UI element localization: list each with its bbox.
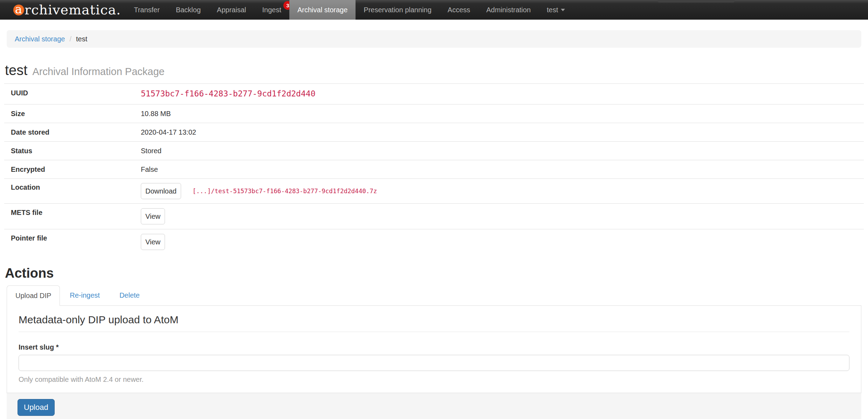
panel-heading: Metadata-only DIP upload to AtoM xyxy=(19,313,849,332)
table-row-status: Status Stored xyxy=(4,142,864,160)
tab-re-ingest[interactable]: Re-ingest xyxy=(60,285,110,305)
uuid-label: UUID xyxy=(4,84,141,104)
tab-upload-dip[interactable]: Upload DIP xyxy=(7,285,60,306)
breadcrumb-current: test xyxy=(76,35,87,43)
location-path: [...]/test-51573bc7-f166-4283-b277-9cd1f… xyxy=(193,188,377,195)
table-row-encrypted: Encrypted False xyxy=(4,160,864,179)
table-row-date-stored: Date stored 2020-04-17 13:02 xyxy=(4,123,864,142)
upload-button[interactable]: Upload xyxy=(18,399,55,416)
size-label: Size xyxy=(4,104,141,123)
table-row-location: Location Download [...]/test-51573bc7-f1… xyxy=(4,179,864,204)
mets-file-label: METS file xyxy=(4,204,141,229)
insert-slug-label: Insert slug * xyxy=(19,343,849,351)
nav-item-appraisal[interactable]: Appraisal xyxy=(209,0,254,20)
nav-item-ingest-label: Ingest xyxy=(262,6,281,14)
status-label: Status xyxy=(4,142,141,160)
status-value: Stored xyxy=(141,142,864,160)
form-actions-bar: Upload xyxy=(7,393,861,419)
nav-item-archival-storage[interactable]: Archival storage xyxy=(289,0,356,20)
location-label: Location xyxy=(4,179,141,204)
brand-orange-a-icon: a xyxy=(13,5,24,15)
uuid-value: 51573bc7-f166-4283-b277-9cd1f2d2d440 xyxy=(141,89,316,98)
actions-tabs: Upload DIP Re-ingest Delete xyxy=(7,285,861,305)
nav-item-administration[interactable]: Administration xyxy=(478,0,539,20)
nav-item-preservation-planning[interactable]: Preservation planning xyxy=(356,0,439,20)
user-menu-dropdown[interactable]: test xyxy=(539,0,573,20)
main-nav: Transfer Backlog Appraisal Ingest 3 Arch… xyxy=(126,0,573,20)
nav-item-ingest[interactable]: Ingest 3 xyxy=(254,0,289,20)
page-header: testArchival Information Package xyxy=(5,62,868,81)
user-menu-label: test xyxy=(547,6,558,14)
view-pointer-button[interactable]: View xyxy=(141,234,165,250)
nav-item-transfer[interactable]: Transfer xyxy=(126,0,168,20)
size-value: 10.88 MB xyxy=(141,104,864,123)
view-mets-button[interactable]: View xyxy=(141,208,165,224)
caret-down-icon xyxy=(561,9,565,11)
navbar-search-input[interactable] xyxy=(658,0,735,2)
page-subtitle: Archival Information Package xyxy=(32,66,164,77)
top-navbar: archivematica. Transfer Backlog Appraisa… xyxy=(0,0,868,20)
encrypted-value: False xyxy=(141,160,864,179)
brand-text: rchivematica. xyxy=(25,2,121,18)
table-row-pointer-file: Pointer file View xyxy=(4,229,864,255)
aip-details-table: UUID 51573bc7-f166-4283-b277-9cd1f2d2d44… xyxy=(4,83,864,255)
breadcrumb: Archival storage / test xyxy=(7,30,861,48)
table-row-size: Size 10.88 MB xyxy=(4,104,864,123)
slug-help-text: Only compatible with AtoM 2.4 or newer. xyxy=(19,375,849,384)
nav-item-backlog[interactable]: Backlog xyxy=(168,0,209,20)
archivematica-logo[interactable]: archivematica. xyxy=(0,0,126,20)
date-stored-label: Date stored xyxy=(4,123,141,142)
pointer-file-label: Pointer file xyxy=(4,229,141,255)
page-title: test xyxy=(5,62,27,78)
encrypted-label: Encrypted xyxy=(4,160,141,179)
tab-delete[interactable]: Delete xyxy=(110,285,150,305)
actions-heading: Actions xyxy=(5,265,868,281)
upload-dip-panel: Metadata-only DIP upload to AtoM Insert … xyxy=(7,305,861,393)
date-stored-value: 2020-04-17 13:02 xyxy=(141,123,864,142)
nav-item-access[interactable]: Access xyxy=(440,0,478,20)
download-button[interactable]: Download xyxy=(141,183,181,199)
breadcrumb-separator: / xyxy=(69,35,71,43)
insert-slug-input[interactable] xyxy=(19,355,849,371)
breadcrumb-link-archival-storage[interactable]: Archival storage xyxy=(15,35,65,43)
table-row-mets-file: METS file View xyxy=(4,204,864,229)
table-row-uuid: UUID 51573bc7-f166-4283-b277-9cd1f2d2d44… xyxy=(4,84,864,104)
